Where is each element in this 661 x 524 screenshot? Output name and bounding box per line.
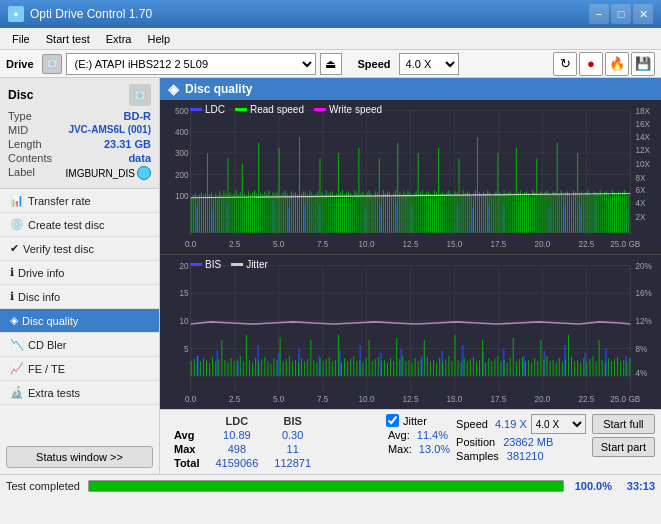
svg-rect-94 bbox=[234, 193, 235, 232]
svg-rect-342 bbox=[523, 356, 525, 376]
eject-button[interactable]: ⏏ bbox=[320, 53, 342, 75]
svg-rect-391 bbox=[323, 361, 324, 376]
svg-rect-455 bbox=[519, 359, 520, 376]
disc-icon[interactable]: 💿 bbox=[129, 84, 151, 106]
sidebar-item-extra-tests[interactable]: 🔬 Extra tests bbox=[0, 381, 159, 405]
svg-rect-387 bbox=[310, 340, 311, 376]
svg-rect-265 bbox=[583, 195, 584, 233]
col-bis: BIS bbox=[266, 414, 319, 428]
disc-type-label: Type bbox=[8, 110, 32, 122]
sidebar-item-disc-info[interactable]: ℹ Disc info bbox=[0, 285, 159, 309]
maximize-button[interactable]: □ bbox=[611, 4, 631, 24]
svg-rect-450 bbox=[504, 360, 505, 376]
svg-rect-356 bbox=[215, 361, 216, 376]
content-area: ◈ Disc quality LDC Read speed Write spee… bbox=[160, 78, 661, 474]
sidebar-item-verify-test-disc[interactable]: ✔ Verify test disc bbox=[0, 237, 159, 261]
sidebar-item-create-test-disc[interactable]: 💿 Create test disc bbox=[0, 213, 159, 237]
svg-rect-369 bbox=[255, 358, 256, 376]
svg-rect-385 bbox=[304, 361, 305, 376]
jitter-checkbox[interactable] bbox=[386, 414, 399, 427]
svg-rect-425 bbox=[427, 357, 428, 376]
svg-text:5.0: 5.0 bbox=[273, 393, 285, 403]
svg-rect-435 bbox=[458, 360, 459, 376]
sidebar-item-drive-info[interactable]: ℹ Drive info bbox=[0, 261, 159, 285]
disc-label-label: Label bbox=[8, 166, 35, 180]
svg-text:25.0 GB: 25.0 GB bbox=[610, 393, 640, 403]
svg-rect-396 bbox=[338, 335, 339, 376]
svg-rect-93 bbox=[232, 196, 233, 233]
disc-refresh-icon[interactable] bbox=[137, 166, 151, 180]
svg-rect-379 bbox=[286, 359, 287, 376]
save-button[interactable]: 💾 bbox=[631, 52, 655, 76]
svg-rect-386 bbox=[307, 359, 308, 376]
minimize-button[interactable]: − bbox=[589, 4, 609, 24]
sidebar-item-disc-quality[interactable]: ◈ Disc quality bbox=[0, 309, 159, 333]
svg-rect-372 bbox=[264, 357, 265, 376]
svg-rect-470 bbox=[565, 359, 566, 376]
svg-text:17.5: 17.5 bbox=[490, 238, 506, 248]
svg-rect-239 bbox=[530, 196, 531, 233]
sidebar-item-cd-bler[interactable]: 📉 CD Bler bbox=[0, 333, 159, 357]
svg-rect-262 bbox=[577, 153, 578, 233]
svg-rect-141 bbox=[330, 192, 331, 232]
sidebar-item-transfer-rate[interactable]: 📊 Transfer rate bbox=[0, 189, 159, 213]
svg-rect-364 bbox=[240, 356, 241, 376]
disc-button[interactable]: ● bbox=[579, 52, 603, 76]
svg-rect-258 bbox=[569, 193, 570, 232]
svg-text:10: 10 bbox=[180, 316, 189, 326]
svg-rect-453 bbox=[513, 338, 514, 376]
burn-button[interactable]: 🔥 bbox=[605, 52, 629, 76]
svg-rect-109 bbox=[264, 191, 265, 232]
speed-select[interactable]: 4.0 X bbox=[399, 53, 459, 75]
menu-extra[interactable]: Extra bbox=[98, 31, 140, 47]
svg-rect-399 bbox=[347, 361, 348, 376]
svg-rect-488 bbox=[620, 361, 621, 376]
menu-help[interactable]: Help bbox=[139, 31, 178, 47]
svg-rect-227 bbox=[506, 193, 507, 232]
status-window-button[interactable]: Status window >> bbox=[6, 446, 153, 468]
svg-rect-261 bbox=[575, 192, 576, 232]
nav-icon: 📉 bbox=[10, 338, 24, 351]
svg-rect-106 bbox=[258, 142, 259, 232]
svg-rect-142 bbox=[332, 191, 333, 232]
svg-rect-378 bbox=[283, 361, 284, 376]
menu-start-test[interactable]: Start test bbox=[38, 31, 98, 47]
svg-rect-193 bbox=[436, 192, 437, 232]
speed-select2[interactable]: 4.0 X bbox=[531, 414, 586, 434]
menu-file[interactable]: File bbox=[4, 31, 38, 47]
svg-text:5.0: 5.0 bbox=[273, 238, 285, 248]
svg-text:7.5: 7.5 bbox=[317, 393, 329, 403]
refresh-button[interactable]: ↻ bbox=[553, 52, 577, 76]
start-full-button[interactable]: Start full bbox=[592, 414, 655, 434]
svg-rect-398 bbox=[344, 358, 345, 376]
svg-rect-278 bbox=[610, 196, 611, 233]
svg-rect-485 bbox=[611, 361, 612, 376]
nav-items: 📊 Transfer rate 💿 Create test disc ✔ Ver… bbox=[0, 189, 159, 440]
svg-rect-466 bbox=[553, 360, 554, 376]
close-button[interactable]: ✕ bbox=[633, 4, 653, 24]
svg-rect-432 bbox=[448, 356, 449, 376]
drive-select[interactable]: (E:) ATAPI iHBS212 2 5L09 bbox=[66, 53, 316, 75]
speed-section: Speed 4.19 X 4.0 X Position 23862 MB Sam… bbox=[456, 414, 586, 462]
svg-rect-336 bbox=[400, 348, 402, 376]
sidebar-item-fe-te[interactable]: 📈 FE / TE bbox=[0, 357, 159, 381]
svg-rect-352 bbox=[203, 358, 204, 376]
svg-rect-214 bbox=[479, 192, 480, 232]
svg-rect-182 bbox=[414, 193, 415, 232]
start-part-button[interactable]: Start part bbox=[592, 437, 655, 457]
svg-rect-423 bbox=[421, 359, 422, 376]
svg-rect-461 bbox=[537, 361, 538, 376]
svg-text:20: 20 bbox=[180, 261, 189, 271]
svg-rect-411 bbox=[384, 360, 385, 376]
svg-rect-184 bbox=[418, 153, 419, 233]
svg-rect-242 bbox=[536, 158, 537, 232]
svg-rect-171 bbox=[391, 196, 392, 233]
svg-rect-407 bbox=[372, 361, 373, 376]
svg-rect-167 bbox=[383, 190, 384, 232]
legend-write: Write speed bbox=[329, 104, 382, 115]
svg-rect-388 bbox=[313, 360, 314, 376]
svg-rect-457 bbox=[525, 361, 526, 376]
progress-percent: 100.0% bbox=[572, 480, 612, 492]
disc-type-value: BD-R bbox=[124, 110, 152, 122]
menu-bar: File Start test Extra Help bbox=[0, 28, 661, 50]
